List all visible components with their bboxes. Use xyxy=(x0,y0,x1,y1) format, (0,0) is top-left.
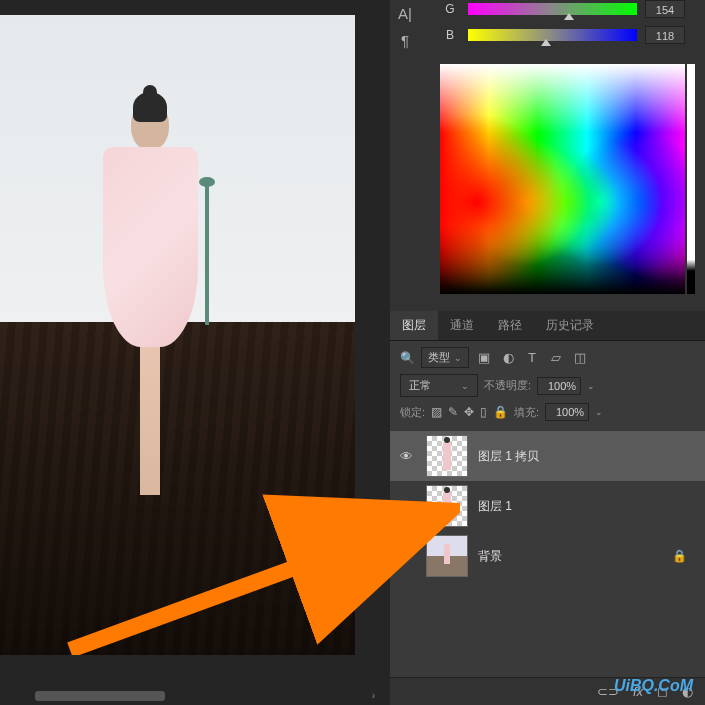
layer-name[interactable]: 图层 1 xyxy=(478,498,695,515)
watermark: UiBQ.CoM xyxy=(614,677,693,695)
filter-image-icon[interactable]: ▣ xyxy=(475,349,493,367)
opacity-label: 不透明度: xyxy=(484,378,531,393)
panel-tabs: 图层 通道 路径 历史记录 xyxy=(390,311,705,341)
g-slider-value[interactable]: 154 xyxy=(645,0,685,18)
search-icon[interactable]: 🔍 xyxy=(400,351,415,365)
layer-name[interactable]: 背景 xyxy=(478,548,662,565)
b-slider-row: B 118 xyxy=(440,26,685,44)
lock-position-icon[interactable]: ✥ xyxy=(464,405,474,419)
layer-item[interactable]: 👁 图层 1 xyxy=(390,481,705,531)
visibility-eye-icon[interactable]: 👁 xyxy=(400,449,416,464)
tab-channels[interactable]: 通道 xyxy=(438,311,486,340)
lock-label: 锁定: xyxy=(400,405,425,420)
scrollbar-right-arrow[interactable]: › xyxy=(372,690,375,701)
visibility-eye-icon[interactable]: 👁 xyxy=(400,499,416,514)
horizontal-scrollbar[interactable] xyxy=(35,691,165,701)
filter-adjustment-icon[interactable]: ◐ xyxy=(499,349,517,367)
chevron-down-icon: ⌄ xyxy=(454,353,462,363)
vertical-toolbar: A| ¶ xyxy=(390,0,420,60)
image-figure xyxy=(95,100,205,520)
filter-shape-icon[interactable]: ▱ xyxy=(547,349,565,367)
layer-name[interactable]: 图层 1 拷贝 xyxy=(478,448,695,465)
fill-value[interactable]: 100% xyxy=(545,403,589,421)
b-slider-label: B xyxy=(440,28,460,42)
g-slider-row: G 154 xyxy=(440,0,685,18)
opacity-value[interactable]: 100% xyxy=(537,377,581,395)
layer-filter-select[interactable]: 类型 ⌄ xyxy=(421,347,469,368)
lock-pixels-icon[interactable]: ✎ xyxy=(448,405,458,419)
canvas-area[interactable]: › xyxy=(0,0,390,705)
color-sliders: G 154 B 118 xyxy=(390,0,705,52)
fill-label: 填充: xyxy=(514,405,539,420)
filter-smart-icon[interactable]: ◫ xyxy=(571,349,589,367)
b-slider-track[interactable] xyxy=(468,29,637,41)
layers-list: 👁 图层 1 拷贝 👁 图层 1 👁 背景 🔒 xyxy=(390,427,705,677)
character-panel-icon[interactable]: A| xyxy=(398,5,412,22)
right-panel: A| ¶ G 154 B 118 图层 通道 xyxy=(390,0,705,705)
tab-layers[interactable]: 图层 xyxy=(390,311,438,340)
visibility-eye-icon[interactable]: 👁 xyxy=(400,549,416,564)
g-slider-track[interactable] xyxy=(468,3,637,15)
lock-all-icon[interactable]: 🔒 xyxy=(493,405,508,419)
blend-mode-select[interactable]: 正常 ⌄ xyxy=(400,374,478,397)
tab-history[interactable]: 历史记录 xyxy=(534,311,606,340)
layer-filter-label: 类型 xyxy=(428,350,450,365)
lock-artboard-icon[interactable]: ▯ xyxy=(480,405,487,419)
b-slider-thumb[interactable] xyxy=(541,39,551,46)
layer-item[interactable]: 👁 图层 1 拷贝 xyxy=(390,431,705,481)
layer-item[interactable]: 👁 背景 🔒 xyxy=(390,531,705,581)
layer-thumbnail[interactable] xyxy=(426,535,468,577)
chevron-down-icon: ⌄ xyxy=(461,381,469,391)
blend-mode-label: 正常 xyxy=(409,378,431,393)
color-picker[interactable] xyxy=(440,64,685,294)
canvas-image xyxy=(0,15,355,655)
b-slider-value[interactable]: 118 xyxy=(645,26,685,44)
lock-icon[interactable]: 🔒 xyxy=(672,549,687,563)
g-slider-label: G xyxy=(440,2,460,16)
layer-thumbnail[interactable] xyxy=(426,435,468,477)
tab-paths[interactable]: 路径 xyxy=(486,311,534,340)
layer-controls: 🔍 类型 ⌄ ▣ ◐ T ▱ ◫ 正常 ⌄ 不透明度: 100% ⌄ xyxy=(390,341,705,427)
paragraph-panel-icon[interactable]: ¶ xyxy=(401,32,409,49)
chevron-down-icon[interactable]: ⌄ xyxy=(587,381,595,391)
chevron-down-icon[interactable]: ⌄ xyxy=(595,407,603,417)
lock-transparency-icon[interactable]: ▨ xyxy=(431,405,442,419)
g-slider-thumb[interactable] xyxy=(564,13,574,20)
filter-type-icon[interactable]: T xyxy=(523,349,541,367)
image-lamppost xyxy=(205,185,209,325)
color-picker-brightness-bar[interactable] xyxy=(687,64,695,294)
layer-thumbnail[interactable] xyxy=(426,485,468,527)
